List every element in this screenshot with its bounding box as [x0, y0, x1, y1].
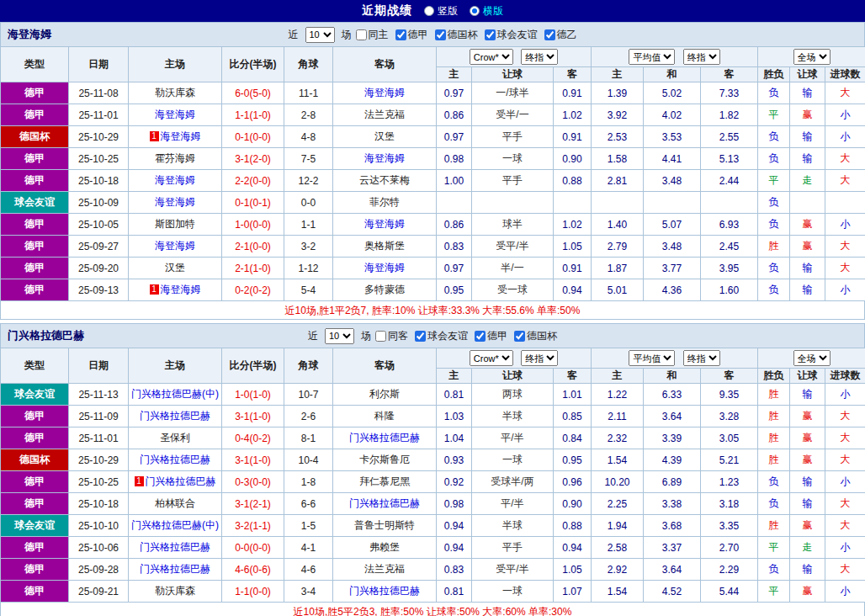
checkbox-input[interactable]	[415, 331, 426, 342]
checkbox-input[interactable]	[395, 29, 406, 40]
team-name-link[interactable]: 海登海姆	[155, 174, 195, 186]
score-link[interactable]: 1-1(1-0)	[222, 104, 284, 126]
team-name-link[interactable]: 利尔斯	[369, 388, 400, 400]
team-name-link[interactable]: 云达不莱梅	[359, 174, 410, 186]
filter-checkbox-德国杯[interactable]: 德国杯	[514, 329, 557, 343]
score-link[interactable]: 0-3(0-0)	[222, 471, 284, 493]
team-name-link[interactable]: 多特蒙德	[364, 284, 405, 295]
team-name-link[interactable]: 海登海姆	[155, 109, 195, 120]
checkbox-input[interactable]	[435, 29, 446, 40]
team-name-link[interactable]: 门兴格拉德巴赫(中)	[131, 519, 219, 531]
crown-home-odds: 1.04	[437, 427, 472, 449]
score-link[interactable]: 0-1(0-1)	[222, 192, 284, 214]
score-link[interactable]: 3-1(2-1)	[222, 493, 284, 515]
score-link[interactable]: 2-1(1-0)	[222, 258, 284, 279]
team-name-link[interactable]: 法兰克福	[364, 109, 405, 120]
home-team-cell: 斯图加特	[129, 214, 222, 236]
filter-checkbox-德国杯[interactable]: 德国杯	[435, 28, 478, 42]
team-name-link[interactable]: 门兴格拉德巴赫	[140, 410, 210, 422]
team-name-link[interactable]: 门兴格拉德巴赫	[140, 454, 210, 465]
team-name-link[interactable]: 科隆	[374, 410, 395, 422]
score-link[interactable]: 0-4(0-2)	[222, 427, 284, 449]
crown-away-odds: 1.01	[554, 384, 592, 406]
team-name-link[interactable]: 柏林联合	[155, 497, 195, 509]
team-name-link[interactable]: 汉堡	[374, 130, 395, 142]
score-link[interactable]: 3-1(1-0)	[222, 406, 284, 427]
crown-final-select[interactable]: 终指	[521, 350, 558, 366]
score-link[interactable]: 4-6(0-6)	[222, 559, 284, 581]
filter-checkbox-德甲[interactable]: 德甲	[475, 329, 507, 343]
avg-away-odds: 2.44	[701, 170, 758, 192]
team-name-link[interactable]: 汉堡	[165, 262, 185, 273]
layout-option-vertical[interactable]: 竖版	[424, 4, 458, 19]
team-name-link[interactable]: 弗赖堡	[369, 541, 400, 553]
team-name-link[interactable]: 卡尔斯鲁厄	[359, 454, 410, 465]
team-name-link[interactable]: 门兴格拉德巴赫(中)	[131, 388, 219, 400]
team-name-link[interactable]: 海登海姆	[161, 284, 201, 295]
team-name-link[interactable]: 海登海姆	[364, 218, 405, 230]
result-cell: 胜	[758, 236, 790, 258]
team-name-link[interactable]: 海登海姆	[364, 87, 405, 98]
filter-checkbox-德乙[interactable]: 德乙	[544, 28, 577, 42]
crown-company-select[interactable]: Crow*	[470, 49, 513, 65]
filter-checkbox-同主[interactable]: 同主	[356, 28, 389, 42]
score-link[interactable]: 1-0(1-0)	[222, 384, 284, 406]
scope-select[interactable]: 全场	[793, 350, 831, 366]
team-name-link[interactable]: 奥格斯堡	[364, 240, 405, 252]
average-select[interactable]: 平均值	[629, 350, 675, 366]
score-link[interactable]: 3-1(2-0)	[222, 148, 284, 170]
match-count-select[interactable]: 10	[325, 328, 354, 344]
average-odds-group: 平均值 终指	[592, 47, 758, 67]
avg-draw-odds: 6.33	[644, 384, 701, 406]
team-name-link[interactable]: 门兴格拉德巴赫	[349, 497, 420, 509]
team-name-link[interactable]: 海登海姆	[364, 262, 405, 273]
score-link[interactable]: 6-0(5-0)	[222, 82, 284, 104]
team-name-link[interactable]: 圣保利	[160, 432, 190, 443]
scope-select[interactable]: 全场	[793, 49, 831, 65]
team-name-link[interactable]: 菲尔特	[369, 196, 400, 208]
score-link[interactable]: 0-0(0-0)	[222, 537, 284, 559]
crown-home-odds: 0.94	[437, 537, 472, 559]
average-final-select[interactable]: 终指	[683, 49, 720, 65]
team-name-link[interactable]: 斯图加特	[155, 218, 195, 230]
checkbox-input[interactable]	[544, 29, 555, 40]
team-name-link[interactable]: 门兴格拉德巴赫	[140, 563, 210, 575]
score-link[interactable]: 3-1(1-0)	[222, 449, 284, 471]
team-name-link[interactable]: 普鲁士明斯特	[354, 519, 415, 531]
average-select[interactable]: 平均值	[629, 49, 675, 65]
checkbox-input[interactable]	[485, 29, 496, 40]
team-name-link[interactable]: 门兴格拉德巴赫	[140, 541, 210, 553]
layout-option-horizontal[interactable]: 横版	[470, 4, 503, 19]
crown-company-select[interactable]: Crow*	[470, 350, 513, 366]
average-final-select[interactable]: 终指	[683, 350, 720, 366]
score-link[interactable]: 2-2(0-0)	[222, 170, 284, 192]
score-link[interactable]: 1-1(0-0)	[222, 581, 284, 603]
team-name-link[interactable]: 拜仁慕尼黑	[359, 475, 410, 487]
team-name-link[interactable]: 门兴格拉德巴赫	[349, 585, 420, 597]
team-name-link[interactable]: 勒沃库森	[155, 87, 195, 98]
match-count-select[interactable]: 10	[305, 27, 335, 43]
checkbox-input[interactable]	[356, 29, 367, 40]
team-name-link[interactable]: 海登海姆	[155, 240, 195, 252]
score-link[interactable]: 3-2(1-1)	[222, 515, 284, 537]
score-link[interactable]: 1-0(0-0)	[222, 214, 284, 236]
score-link[interactable]: 0-2(0-2)	[222, 279, 284, 301]
checkbox-input[interactable]	[514, 331, 525, 342]
score-link[interactable]: 0-1(0-0)	[222, 126, 284, 148]
filter-checkbox-同客[interactable]: 同客	[375, 329, 408, 343]
filter-checkbox-德甲[interactable]: 德甲	[395, 28, 428, 42]
score-link[interactable]: 2-1(0-0)	[222, 236, 284, 258]
checkbox-input[interactable]	[375, 331, 386, 342]
team-name-link[interactable]: 门兴格拉德巴赫	[349, 432, 420, 443]
checkbox-input[interactable]	[475, 331, 486, 342]
team-name-link[interactable]: 勒沃库森	[155, 585, 195, 597]
team-name-link[interactable]: 海登海姆	[155, 196, 195, 208]
team-name-link[interactable]: 海登海姆	[161, 130, 201, 142]
filter-checkbox-球会友谊[interactable]: 球会友谊	[415, 329, 468, 343]
team-name-link[interactable]: 海登海姆	[364, 152, 405, 164]
crown-final-select[interactable]: 终指	[521, 49, 558, 65]
team-name-link[interactable]: 门兴格拉德巴赫	[146, 475, 216, 487]
filter-checkbox-球会友谊[interactable]: 球会友谊	[485, 28, 538, 42]
team-name-link[interactable]: 霍芬海姆	[155, 152, 195, 164]
team-name-link[interactable]: 法兰克福	[364, 563, 405, 575]
